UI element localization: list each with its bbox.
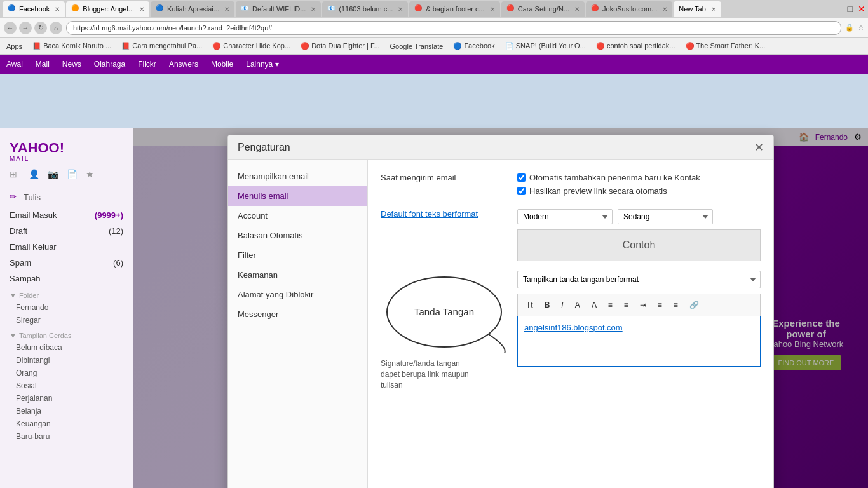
nav-mail[interactable]: Mail — [36, 60, 50, 69]
modal-nav-keamanan[interactable]: Keamanan — [228, 265, 367, 285]
tab-facebook[interactable]: 🔵 Facebook ✕ — [3, 1, 65, 17]
url-input[interactable] — [66, 21, 841, 35]
toolbar-list2[interactable]: ≡ — [620, 298, 633, 312]
sidebar-unread[interactable]: Belum dibaca — [0, 341, 133, 354]
auto-add-checkbox[interactable] — [517, 173, 526, 182]
nav-lainnya[interactable]: Lainnya ▾ — [246, 60, 278, 69]
nav-answers[interactable]: Answers — [169, 60, 198, 69]
bookmark-star-icon[interactable]: ☆ — [858, 24, 864, 32]
modal-close-button[interactable]: ✕ — [754, 142, 764, 153]
nav-news[interactable]: News — [62, 60, 81, 69]
toolbar-indent1[interactable]: ⇥ — [635, 298, 651, 312]
title-bar: 🔵 Facebook ✕ 🟠 Blogger: Angel... ✕ 🔵 Kul… — [0, 0, 868, 18]
bookmark-naruto[interactable]: 📕 Baca Komik Naruto ... — [29, 41, 115, 51]
toolbar-font-color[interactable]: A — [571, 298, 585, 312]
tab-kuliah[interactable]: 🔵 Kuliah Apresiai... ✕ — [151, 1, 234, 17]
tab-close-7[interactable]: ✕ — [574, 6, 580, 13]
sidebar-icon-3[interactable]: 📷 — [48, 169, 62, 183]
tab-wifi[interactable]: 📧 Default WIFI.ID... ✕ — [236, 1, 321, 17]
sidebar-spam[interactable]: Spam (6) — [0, 255, 133, 271]
signature-type-select[interactable]: Tampilkan tanda tangan berformat Tampilk… — [517, 271, 761, 288]
tab-mail[interactable]: 📧 (11603 belum c... ✕ — [322, 1, 408, 17]
sidebar-finance[interactable]: Keuangan — [0, 417, 133, 430]
close-btn[interactable]: ✕ — [858, 4, 865, 14]
minimize-btn[interactable]: — — [834, 4, 843, 14]
sidebar-icon-5[interactable]: ★ — [86, 169, 100, 183]
modal-nav-filter[interactable]: Filter — [228, 245, 367, 265]
tab-close-5[interactable]: ✕ — [398, 6, 403, 13]
modal-nav-balasan[interactable]: Balasan Otomatis — [228, 226, 367, 245]
tab-close-2[interactable]: ✕ — [139, 6, 144, 13]
sidebar-icon-4[interactable]: 📄 — [67, 169, 81, 183]
sidebar-flagged[interactable]: Dibintangi — [0, 354, 133, 367]
back-btn[interactable]: ← — [4, 22, 17, 34]
tab-joko[interactable]: 🔴 JokoSusilo.com... ✕ — [586, 1, 672, 17]
modal-content: Saat mengirim email Otomatis tambahkan p… — [368, 160, 773, 488]
toolbar-list1[interactable]: ≡ — [604, 298, 617, 312]
sidebar-people[interactable]: Orang — [0, 367, 133, 379]
nav-flickr[interactable]: Flickr — [138, 60, 156, 69]
send-email-controls: Otomatis tambahkan penerima baru ke Kont… — [517, 173, 761, 200]
tab-footer[interactable]: 🔴 & bagian footer c... ✕ — [409, 1, 499, 17]
folder-section: ▼ Folder — [0, 287, 133, 301]
bookmark-snap[interactable]: 📄 SNAP! (Build Your O... — [501, 41, 590, 51]
sidebar-icon-1[interactable]: ⊞ — [10, 169, 24, 183]
tab-close-9[interactable]: ✕ — [711, 6, 716, 13]
modal-nav-alamat[interactable]: Alamat yang Diblokir — [228, 285, 367, 304]
home-btn[interactable]: ⌂ — [50, 22, 62, 34]
sidebar-trash[interactable]: Sampah — [0, 271, 133, 287]
toolbar-tt[interactable]: Tt — [522, 298, 538, 312]
signature-editor[interactable]: angelsinf186.blogspot.com — [517, 316, 761, 367]
bookmark-char[interactable]: 🔴 Character Hide Kop... — [208, 41, 294, 51]
font-family-select[interactable]: Modern Arial Georgia Times New Roman — [517, 209, 613, 224]
nav-olahraga[interactable]: Olahraga — [94, 60, 125, 69]
toolbar-italic[interactable]: I — [557, 298, 567, 312]
toolbar-bold[interactable]: B — [540, 298, 555, 312]
toolbar-align2[interactable]: ≡ — [669, 298, 682, 312]
sidebar-shopping[interactable]: Belanja — [0, 405, 133, 417]
modal-nav-account[interactable]: Account — [228, 206, 367, 226]
signature-link-text[interactable]: angelsinf186.blogspot.com — [524, 323, 754, 332]
sidebar-sent[interactable]: Email Keluar — [0, 239, 133, 255]
callout-svg: Tanda Tangan — [381, 271, 508, 353]
maximize-btn[interactable]: □ — [848, 4, 853, 14]
sidebar-travel[interactable]: Perjalanan — [0, 392, 133, 405]
security-icon: 🔒 — [845, 24, 854, 32]
tab-blogger[interactable]: 🟠 Blogger: Angel... ✕ — [66, 1, 149, 17]
tab-close-3[interactable]: ✕ — [224, 6, 229, 13]
tab-close-6[interactable]: ✕ — [490, 6, 495, 13]
sidebar-draft[interactable]: Draft (12) — [0, 223, 133, 239]
modal-nav-menampilkan[interactable]: Menampilkan email — [228, 166, 367, 186]
sidebar-new[interactable]: Baru-baru — [0, 430, 133, 443]
bookmark-apps[interactable]: Apps — [3, 41, 26, 51]
bookmark-smart[interactable]: 🔴 The Smart Father: K... — [682, 41, 770, 51]
tab-label-6: & bagian footer c... — [426, 5, 484, 13]
reload-btn[interactable]: ↻ — [34, 22, 47, 34]
bookmark-fb[interactable]: 🔵 Facebook — [449, 41, 498, 51]
sidebar-fernando[interactable]: Fernando — [0, 301, 133, 314]
nav-awal[interactable]: Awal — [6, 60, 23, 69]
modal-nav-menulis[interactable]: Menulis email — [228, 186, 367, 206]
sidebar-icon-2[interactable]: 👤 — [29, 169, 43, 183]
tab-cara[interactable]: 🔴 Cara Setting/N... ✕ — [501, 1, 585, 17]
sidebar-social[interactable]: Sosial — [0, 379, 133, 392]
sidebar-inbox[interactable]: Email Masuk (9999+) — [0, 207, 133, 223]
nav-mobile[interactable]: Mobile — [211, 60, 233, 69]
toolbar-align1[interactable]: ≡ — [653, 298, 667, 312]
toolbar-link[interactable]: 🔗 — [685, 298, 703, 312]
modal-nav-messenger[interactable]: Messenger — [228, 304, 367, 324]
bookmark-contoh[interactable]: 🔴 contoh soal pertidak... — [592, 41, 679, 51]
sidebar-siregar[interactable]: Siregar — [0, 314, 133, 327]
tab-close[interactable]: ✕ — [55, 6, 60, 13]
bookmark-cara[interactable]: 📕 Cara mengetahui Pa... — [118, 41, 206, 51]
preview-link-checkbox[interactable] — [517, 187, 526, 195]
tab-newtab[interactable]: New Tab ✕ — [674, 1, 721, 17]
font-size-select[interactable]: Kecil Sedang Besar — [618, 209, 713, 224]
tab-close-8[interactable]: ✕ — [662, 6, 667, 13]
bookmark-translate[interactable]: Google Translate — [386, 41, 447, 51]
bookmark-dota[interactable]: 🔴 Dota Dua Fighter | F... — [297, 41, 383, 51]
compose-button[interactable]: ✏ Tulis — [10, 192, 123, 202]
forward-btn[interactable]: → — [19, 22, 32, 34]
tab-close-4[interactable]: ✕ — [311, 6, 316, 13]
toolbar-highlight[interactable]: A̲ — [587, 298, 601, 312]
